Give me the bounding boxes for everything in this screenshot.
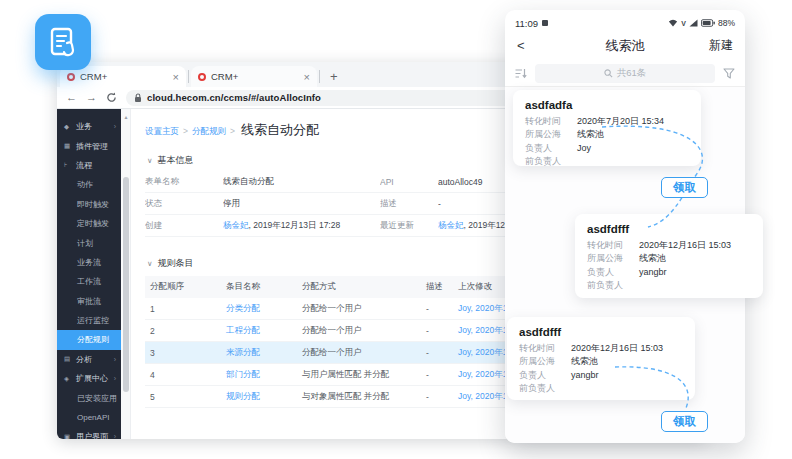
user-link[interactable]: 杨金妃 — [438, 220, 464, 232]
phone-status-bar: 11:09 V 88% — [505, 10, 745, 31]
sidebar-scrollbar[interactable]: ▲ — [121, 109, 131, 439]
section-title: 规则条目 — [158, 257, 194, 270]
sidebar-item[interactable]: 业务流 — [57, 253, 121, 272]
field-label: 转化时间 — [519, 342, 571, 355]
sidebar-item[interactable]: 已安装应用 — [57, 388, 121, 407]
sidebar-item[interactable]: ▣用户界面› — [57, 427, 121, 439]
info-field-value: 杨金妃, 2019年12月13日 17:28 — [223, 215, 380, 237]
sidebar-item-label: 工作流 — [77, 276, 101, 287]
sidebar-item[interactable]: 定时触发 — [57, 214, 121, 233]
info-field-label: 创建 — [145, 215, 223, 237]
table-cell-method: 分配给一个用户 — [297, 325, 421, 337]
sidebar-item-label: 定时触发 — [77, 218, 109, 229]
value-text: , 2019年12月13日 17:28 — [249, 220, 341, 232]
field-label: 前负责人 — [525, 155, 577, 168]
page: CRM+ × CRM+ × + ← → — [0, 0, 792, 459]
lead-card[interactable]: asdfdfff转化时间2020年12月16日 15:03所属公海线索池负责人y… — [507, 317, 695, 400]
browser-forward-icon[interactable]: → — [86, 92, 97, 103]
filter-funnel-icon[interactable] — [723, 68, 735, 79]
new-tab-button[interactable]: + — [330, 69, 338, 84]
lead-card[interactable]: asdfdfff转化时间2020年12月16日 15:03所属公海线索池负责人y… — [575, 214, 763, 298]
table-cell-name[interactable]: 分类分配 — [221, 303, 297, 315]
search-input[interactable]: 共61条 — [535, 64, 715, 83]
sidebar-item-label: 运行监控 — [77, 315, 109, 326]
breadcrumb-link-home[interactable]: 设置主页 — [145, 126, 179, 138]
section-title: 基本信息 — [158, 154, 194, 167]
sidebar-item-label: 已安装应用 — [77, 393, 117, 404]
sidebar-item[interactable]: 动作 — [57, 175, 121, 194]
sidebar-item-label: 动作 — [77, 179, 93, 190]
lead-card-title: asdfadfa — [525, 99, 689, 111]
table-cell-name[interactable]: 规则分配 — [221, 391, 297, 403]
sidebar-item-label: 分配规则 — [77, 334, 109, 345]
sidebar-item[interactable]: 工作流 — [57, 272, 121, 291]
sort-icon[interactable] — [515, 68, 527, 79]
lock-icon — [134, 93, 142, 103]
table-cell-method: 与对象属性匹配 并分配 — [297, 391, 421, 403]
tab-title: CRM+ — [211, 71, 299, 82]
table-cell-order: 3 — [145, 348, 221, 358]
sidebar-item[interactable]: ◆业务› — [57, 117, 121, 136]
field-value: 2020年7月20日 15:34 — [577, 115, 664, 128]
browser-tab-2[interactable]: CRM+ × — [191, 66, 317, 87]
field-label: 转化时间 — [587, 239, 639, 252]
claim-button[interactable]: 领取 — [661, 411, 708, 432]
lead-card-field: 所属公海线索池 — [525, 128, 689, 141]
lead-card-field: 转化时间2020年7月20日 15:34 — [525, 115, 689, 128]
sidebar-item[interactable]: 计划 — [57, 233, 121, 252]
sidebar-item[interactable]: 即时触发 — [57, 195, 121, 214]
table-cell-name[interactable]: 部门分配 — [221, 369, 297, 381]
sidebar-item-active[interactable]: 分配规则 — [57, 330, 121, 349]
sidebar-item-label: 用户界面 — [76, 431, 108, 439]
sidebar-item[interactable]: ⊦流程 — [57, 156, 121, 175]
plugin-icon: ▦ — [64, 142, 73, 150]
sidebar-item-label: 流程 — [76, 160, 92, 171]
lead-card[interactable]: asdfadfa转化时间2020年7月20日 15:34所属公海线索池负责人Jo… — [513, 90, 701, 166]
sidebar-item[interactable]: 审批流 — [57, 292, 121, 311]
table-cell-desc: - — [421, 348, 453, 358]
scroll-up-icon[interactable]: ▲ — [122, 114, 130, 120]
create-new-button[interactable]: 新建 — [709, 37, 733, 54]
sidebar-item[interactable]: ▤分析› — [57, 350, 121, 369]
breadcrumb-separator: > — [230, 126, 235, 136]
sidebar-item[interactable]: ▦插件管理 — [57, 136, 121, 155]
breadcrumb-link-rules[interactable]: 分配规则 — [192, 126, 226, 138]
tab-title: CRM+ — [80, 71, 168, 82]
column-header: 描述 — [421, 281, 453, 293]
sidebar-item[interactable]: OpenAPI — [57, 408, 121, 427]
chevron-right-icon: › — [114, 375, 116, 382]
close-tab-icon[interactable]: × — [304, 71, 310, 83]
browser-back-icon[interactable]: ← — [66, 92, 77, 103]
field-label: 前负责人 — [587, 279, 639, 292]
lead-card-field: 前负责人 — [587, 279, 751, 292]
table-cell-name[interactable]: 来源分配 — [221, 347, 297, 359]
field-label: 负责人 — [519, 369, 571, 382]
scrollbar-thumb[interactable] — [123, 177, 129, 392]
claim-button[interactable]: 领取 — [661, 177, 708, 198]
table-cell-name[interactable]: 工程分配 — [221, 325, 297, 337]
lead-card-title: asdfdfff — [519, 326, 683, 338]
field-label: 负责人 — [587, 266, 639, 279]
business-icon: ◆ — [64, 123, 73, 131]
table-cell-order: 2 — [145, 326, 221, 336]
table-cell-order: 1 — [145, 304, 221, 314]
field-label: 转化时间 — [525, 115, 577, 128]
crm-favicon-icon — [67, 73, 75, 81]
sidebar-item[interactable]: 运行监控 — [57, 311, 121, 330]
search-icon — [604, 69, 613, 78]
wifi-icon — [668, 19, 678, 27]
phone-nav-bar: < 线索池 新建 — [505, 31, 745, 60]
ui-icon: ▣ — [64, 433, 73, 439]
field-label: 所属公海 — [525, 128, 577, 141]
sidebar-item-label: 审批流 — [77, 296, 101, 307]
close-tab-icon[interactable]: × — [173, 71, 179, 83]
sidebar-item-label: 业务流 — [77, 257, 101, 268]
table-cell-order: 4 — [145, 370, 221, 380]
sidebar-item[interactable]: ◈扩展中心› — [57, 369, 121, 388]
table-cell-desc: - — [421, 370, 453, 380]
field-value: 2020年12月16日 15:03 — [571, 342, 663, 355]
reload-icon[interactable] — [106, 92, 117, 103]
table-cell-desc: - — [421, 392, 453, 402]
url-text: cloud.hecom.cn/ccms/#/autoAllocInfo — [147, 92, 321, 103]
user-link[interactable]: 杨金妃 — [223, 220, 249, 232]
